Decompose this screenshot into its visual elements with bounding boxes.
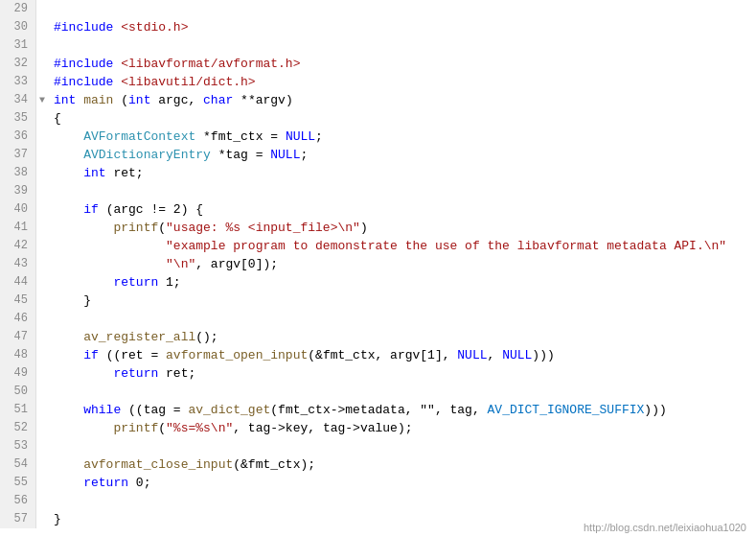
code-line: 33#include <libavutil/dict.h> [0,73,756,91]
line-number: 41 [0,219,36,237]
line-content: int ret; [48,164,756,182]
line-number: 30 [0,18,36,36]
code-line: 38 int ret; [0,164,756,182]
code-line: 40 if (argc != 2) { [0,200,756,219]
code-line: 30#include <stdio.h> [0,18,756,36]
line-content: avformat_close_input(&fmt_ctx); [48,455,756,474]
code-line: 55 return 0; [0,474,756,492]
line-content: AVFormatContext *fmt_ctx = NULL; [48,128,756,146]
line-number: 55 [0,474,36,492]
line-content [48,0,756,18]
line-number: 47 [0,328,36,346]
line-content [48,492,756,510]
line-content: #include <libavformat/avformat.h> [48,55,756,73]
code-line: 44 return 1; [0,273,756,292]
line-number: 49 [0,364,36,383]
code-line: 37 AVDictionaryEntry *tag = NULL; [0,146,756,164]
line-number: 38 [0,164,36,182]
line-content: printf("usage: %s <input_file>\n") [48,219,756,237]
line-number: 51 [0,401,36,419]
code-line: 47 av_register_all(); [0,328,756,346]
line-number: 35 [0,109,36,128]
line-content [48,36,756,55]
watermark: http://blog.csdn.net/leixiaohua1020 [584,522,746,533]
code-line: 41 printf("usage: %s <input_file>\n") [0,219,756,237]
code-line: 29 [0,0,756,18]
line-number: 45 [0,292,36,310]
code-line: 32#include <libavformat/avformat.h> [0,55,756,73]
line-content: if (argc != 2) { [48,200,756,219]
line-content: return 1; [48,273,756,292]
line-number: 44 [0,273,36,292]
line-number: 40 [0,200,36,219]
line-content: return 0; [48,474,756,492]
line-number: 57 [0,510,36,528]
line-number: 43 [0,255,36,273]
code-line: 45 } [0,292,756,310]
line-number: 56 [0,492,36,510]
line-content [48,437,756,455]
line-number: 37 [0,146,36,164]
code-line: 39 [0,182,756,200]
code-line: 35{ [0,109,756,128]
line-number: 50 [0,383,36,401]
line-content: "\n", argv[0]); [48,255,756,273]
line-number: 31 [0,36,36,55]
line-content: AVDictionaryEntry *tag = NULL; [48,146,756,164]
line-content: while ((tag = av_dict_get(fmt_ctx->metad… [48,401,756,419]
code-line: 54 avformat_close_input(&fmt_ctx); [0,455,756,474]
line-content: #include <libavutil/dict.h> [48,73,756,91]
line-content: int main (int argc, char **argv) [48,91,756,109]
code-line: 48 if ((ret = avformat_open_input(&fmt_c… [0,346,756,364]
line-content: printf("%s=%s\n", tag->key, tag->value); [48,419,756,437]
code-line: 51 while ((tag = av_dict_get(fmt_ctx->me… [0,401,756,419]
code-line: 50 [0,383,756,401]
line-number: 42 [0,237,36,255]
code-line: 36 AVFormatContext *fmt_ctx = NULL; [0,128,756,146]
code-line: 43 "\n", argv[0]); [0,255,756,273]
line-number: 53 [0,437,36,455]
code-line: 34▼int main (int argc, char **argv) [0,91,756,109]
line-content: av_register_all(); [48,328,756,346]
line-content [48,310,756,328]
line-number: 54 [0,455,36,474]
line-content: } [48,292,756,310]
line-content: "example program to demonstrate the use … [48,237,756,255]
line-number: 48 [0,346,36,364]
code-line: 56 [0,492,756,510]
line-content: return ret; [48,364,756,383]
code-line: 46 [0,310,756,328]
line-number: 39 [0,182,36,200]
line-number: 34 [0,91,36,109]
fold-indicator[interactable]: ▼ [36,91,48,109]
line-content [48,182,756,200]
code-line: 53 [0,437,756,455]
line-number: 29 [0,0,36,18]
line-content: if ((ret = avformat_open_input(&fmt_ctx,… [48,346,756,364]
code-editor: 29 30#include <stdio.h>31 32#include <li… [0,0,756,537]
code-line: 49 return ret; [0,364,756,383]
code-line: 31 [0,36,756,55]
line-number: 36 [0,128,36,146]
line-content: #include <stdio.h> [48,18,756,36]
code-line: 42 "example program to demonstrate the u… [0,237,756,255]
code-line: 52 printf("%s=%s\n", tag->key, tag->valu… [0,419,756,437]
line-number: 33 [0,73,36,91]
line-content: { [48,109,756,128]
code-area: 29 30#include <stdio.h>31 32#include <li… [0,0,756,528]
line-number: 32 [0,55,36,73]
line-number: 52 [0,419,36,437]
line-number: 46 [0,310,36,328]
line-content [48,383,756,401]
